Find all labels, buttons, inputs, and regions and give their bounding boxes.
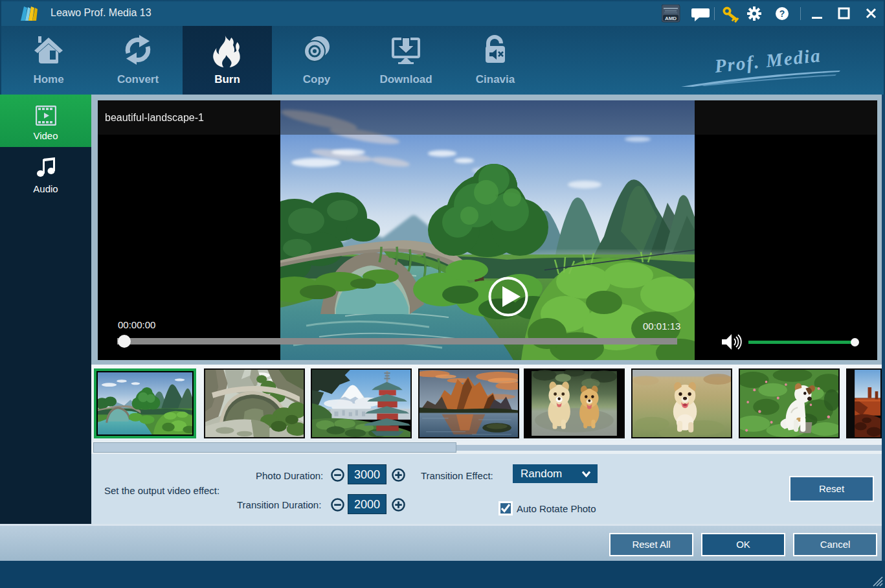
svg-text:AMD: AMD	[665, 16, 677, 21]
svg-text:Prof. Media: Prof. Media	[713, 45, 822, 76]
svg-text:?: ?	[779, 8, 785, 19]
